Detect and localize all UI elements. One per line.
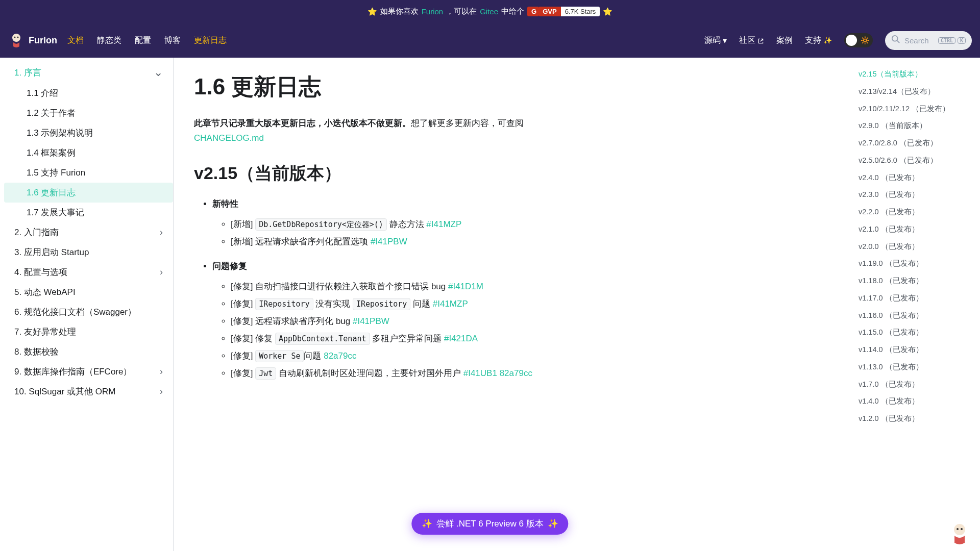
mascot-button[interactable] <box>947 521 972 546</box>
toc-item[interactable]: v1.7.0 （已发布） <box>859 376 975 393</box>
nav-links: 文档 静态类 配置 博客 更新日志 <box>67 35 227 46</box>
search-placeholder: Search <box>904 36 934 45</box>
search-icon <box>891 35 900 46</box>
commit-link[interactable]: 82a79cc <box>500 368 532 378</box>
inline-code: AppDbContext.Tenant <box>275 333 370 345</box>
sidebar-subitem[interactable]: 1.4 框架案例 <box>4 143 173 163</box>
toc-item[interactable]: v1.16.0 （已发布） <box>859 307 975 324</box>
toc-item[interactable]: v2.3.0 （已发布） <box>859 186 975 204</box>
toc-item[interactable]: v2.2.0 （已发布） <box>859 204 975 221</box>
promo-pill[interactable]: ✨ 尝鲜 .NET 6 Preview 6 版本 ✨ <box>411 513 568 535</box>
issue-link[interactable]: #I41PBW <box>353 316 389 326</box>
fix-item: [修复] Jwt 自动刷新机制时区处理问题，主要针对国外用户 #I41UB1 8… <box>231 365 832 382</box>
issue-link[interactable]: #I41PBW <box>371 237 407 246</box>
nav-cases-link[interactable]: 案例 <box>776 35 793 46</box>
sidebar-item[interactable]: 7. 友好异常处理 <box>4 322 173 342</box>
sidebar-subitem[interactable]: 1.5 支持 Furion <box>4 163 173 183</box>
sidebar-item[interactable]: 3. 应用启动 Startup <box>4 242 173 262</box>
banner-text-suffix: 中给个 <box>501 7 524 16</box>
fix-item: [修复] 远程请求缺省序列化 bug #I41PBW <box>231 313 832 330</box>
sidebar-item[interactable]: 4. 配置与选项› <box>4 262 173 282</box>
sun-icon: 🔆 <box>861 36 869 44</box>
toc-item[interactable]: v2.13/v2.14（已发布） <box>859 83 975 101</box>
changelog-link[interactable]: CHANGELOG.md <box>194 133 264 143</box>
banner-furion-link[interactable]: Furion <box>422 7 444 16</box>
sidebar-item[interactable]: 9. 数据库操作指南（EFCore）› <box>4 362 173 382</box>
nav-support-link[interactable]: 支持 ✨ <box>805 35 832 46</box>
nav-link-docs[interactable]: 文档 <box>67 35 84 46</box>
svg-point-6 <box>961 528 963 530</box>
navbar: Furion 文档 静态类 配置 博客 更新日志 源码 ▾ 社区 案例 支持 ✨… <box>0 23 980 58</box>
key-k: K <box>958 37 966 44</box>
inline-code: IRepository <box>353 298 410 310</box>
sidebar-item[interactable]: 2. 入门指南› <box>4 222 173 242</box>
nav-link-config[interactable]: 配置 <box>135 35 151 46</box>
theme-toggle[interactable]: 🔆 <box>844 33 873 47</box>
sidebar-item[interactable]: 5. 动态 WebAPI <box>4 282 173 302</box>
main-content[interactable]: 1.6 更新日志 此章节只记录重大版本更新日志，小迭代版本不做更新。想了解更多更… <box>174 58 852 551</box>
toc[interactable]: v2.15（当前版本）v2.13/v2.14（已发布）v2.10/2.11/2.… <box>852 58 980 551</box>
sidebar-item-label: 2. 入门指南 <box>14 227 59 238</box>
issue-link[interactable]: #I41UB1 <box>463 368 497 378</box>
nav-link-static[interactable]: 静态类 <box>97 35 121 46</box>
nav-source-dropdown[interactable]: 源码 ▾ <box>704 35 727 46</box>
nav-link-blog[interactable]: 博客 <box>164 35 181 46</box>
issue-link[interactable]: #I41MZP <box>433 299 468 309</box>
sidebar-item[interactable]: 6. 规范化接口文档（Swagger） <box>4 302 173 322</box>
toc-item[interactable]: v1.14.0 （已发布） <box>859 341 975 359</box>
svg-point-1 <box>14 37 16 38</box>
intro-rest: 想了解更多更新内容，可查阅 <box>411 118 524 128</box>
chevron-icon: › <box>160 267 163 278</box>
toc-item[interactable]: v2.9.0 （当前版本） <box>859 117 975 135</box>
fix-item: [修复] 修复 AppDbContext.Tenant 多租户空异常问题 #I4… <box>231 330 832 347</box>
gvp-badge[interactable]: G GVP 6.7K Stars <box>527 7 600 16</box>
inline-code: Jwt <box>255 367 276 380</box>
search-button[interactable]: Search CTRL K <box>885 31 972 50</box>
commit-link[interactable]: 82a79cc <box>324 351 356 361</box>
toc-item[interactable]: v2.0.0 （已发布） <box>859 238 975 256</box>
issue-link[interactable]: #I41D1M <box>448 282 483 291</box>
intro-bold: 此章节只记录重大版本更新日志，小迭代版本不做更新。 <box>194 118 411 128</box>
banner-text-mid: ，可以在 <box>446 7 477 16</box>
layout: 1. 序言⌄1.1 介绍1.2 关于作者1.3 示例架构说明1.4 框架案例1.… <box>0 58 980 551</box>
sidebar[interactable]: 1. 序言⌄1.1 介绍1.2 关于作者1.3 示例架构说明1.4 框架案例1.… <box>0 58 174 551</box>
sidebar-item[interactable]: 10. SqlSugar 或其他 ORM› <box>4 382 173 402</box>
toc-item[interactable]: v2.15（当前版本） <box>859 66 975 83</box>
sidebar-item-label: 3. 应用启动 Startup <box>14 246 89 258</box>
sidebar-subitem[interactable]: 1.3 示例架构说明 <box>4 123 173 143</box>
issue-link[interactable]: #I421DA <box>444 334 478 343</box>
toc-item[interactable]: v2.1.0 （已发布） <box>859 221 975 238</box>
feature-item: [新增] Db.GetDbRepository<定位器>() 静态方法 #I41… <box>231 216 832 233</box>
sidebar-subitem[interactable]: 1.1 介绍 <box>4 83 173 103</box>
sidebar-item[interactable]: 1. 序言⌄ <box>4 62 173 83</box>
toc-item[interactable]: v1.15.0 （已发布） <box>859 324 975 341</box>
star-icon: ⭐ <box>368 7 377 16</box>
banner-gitee-link[interactable]: Gitee <box>480 7 498 16</box>
toc-item[interactable]: v2.10/2.11/2.12 （已发布） <box>859 101 975 118</box>
gvp-g-icon: G <box>527 7 538 16</box>
changelog-list: 新特性 [新增] Db.GetDbRepository<定位器>() 静态方法 … <box>194 195 832 382</box>
brand-wrap[interactable]: Furion <box>8 32 57 48</box>
issue-link[interactable]: #I41MZP <box>426 219 461 229</box>
star-icon: ⭐ <box>603 7 612 16</box>
sidebar-subitem[interactable]: 1.7 发展大事记 <box>4 203 173 222</box>
toc-item[interactable]: v1.13.0 （已发布） <box>859 359 975 376</box>
toc-item[interactable]: v1.18.0 （已发布） <box>859 272 975 290</box>
nav-link-changelog[interactable]: 更新日志 <box>194 35 227 46</box>
sidebar-subitem[interactable]: 1.6 更新日志 <box>4 183 173 203</box>
sidebar-item[interactable]: 8. 数据校验 <box>4 342 173 362</box>
logo-icon <box>8 32 24 48</box>
toc-item[interactable]: v1.19.0 （已发布） <box>859 255 975 272</box>
sidebar-subitem[interactable]: 1.2 关于作者 <box>4 103 173 123</box>
toc-item[interactable]: v1.17.0 （已发布） <box>859 290 975 307</box>
nav-community-link[interactable]: 社区 <box>739 35 764 46</box>
toc-item[interactable]: v1.2.0 （已发布） <box>859 410 975 428</box>
sidebar-item-label: 8. 数据校验 <box>14 346 59 358</box>
feature-item: [新增] 远程请求缺省序列化配置选项 #I41PBW <box>231 233 832 251</box>
toc-item[interactable]: v2.4.0 （已发布） <box>859 169 975 187</box>
list-item: 问题修复 [修复] 自动扫描接口进行依赖注入获取首个接口错误 bug #I41D… <box>212 258 832 382</box>
key-ctrl: CTRL <box>938 37 955 44</box>
toc-item[interactable]: v2.5.0/2.6.0 （已发布） <box>859 152 975 169</box>
toc-item[interactable]: v1.4.0 （已发布） <box>859 393 975 410</box>
toc-item[interactable]: v2.7.0/2.8.0 （已发布） <box>859 135 975 152</box>
